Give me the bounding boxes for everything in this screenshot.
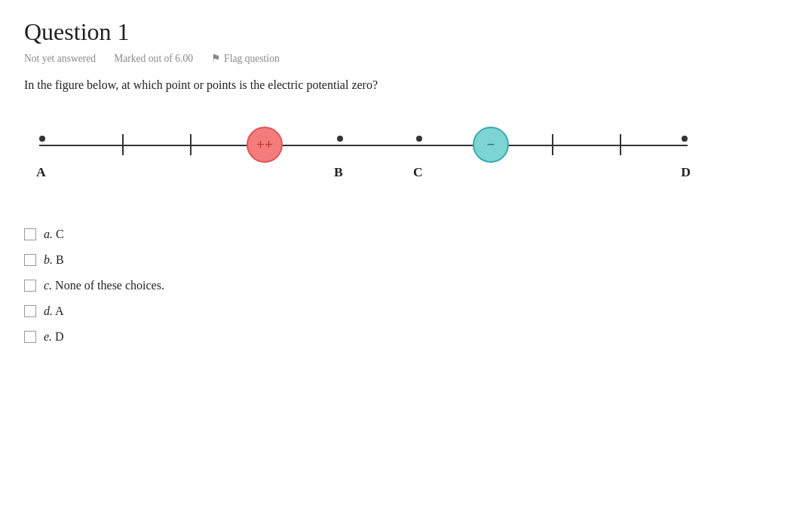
negative-charge-symbol: − xyxy=(487,136,495,153)
checkbox-a[interactable] xyxy=(24,228,36,240)
negative-charge: − xyxy=(473,127,509,163)
positive-charge: ++ xyxy=(247,127,283,163)
answer-b-label: b. B xyxy=(44,253,64,267)
point-c-dot xyxy=(416,136,422,142)
tick-4 xyxy=(620,134,621,155)
not-answered-label: Not yet answered xyxy=(24,53,96,65)
point-c xyxy=(416,136,422,142)
question-text: In the figure below, at which point or p… xyxy=(24,78,788,92)
point-d-dot xyxy=(682,136,688,142)
label-b: B xyxy=(334,164,343,180)
answer-d-letter: d. xyxy=(44,304,53,317)
label-d: D xyxy=(681,164,691,180)
point-a xyxy=(39,136,45,142)
answer-a-label: a. C xyxy=(44,228,64,241)
answer-c[interactable]: c. None of these choices. xyxy=(24,279,788,292)
checkbox-d[interactable] xyxy=(24,305,36,317)
answer-e-letter: e. xyxy=(44,330,52,343)
answer-c-label: c. None of these choices. xyxy=(44,279,164,292)
answer-b-letter: b. xyxy=(44,253,53,266)
figure-line xyxy=(39,145,688,146)
answers-list: a. C b. B c. None of these choices. d. A… xyxy=(24,228,788,344)
label-a: A xyxy=(36,164,46,180)
answer-a[interactable]: a. C xyxy=(24,228,788,241)
point-b-dot xyxy=(337,136,343,142)
tick-1 xyxy=(122,134,124,155)
answer-b[interactable]: b. B xyxy=(24,253,788,267)
point-a-dot xyxy=(39,136,45,142)
flag-button[interactable]: ⚑ Flag question xyxy=(211,52,280,65)
answer-c-letter: c. xyxy=(44,279,52,292)
meta-row: Not yet answered Marked out of 6.00 ⚑ Fl… xyxy=(24,52,788,65)
answer-e-label: e. D xyxy=(44,330,64,344)
label-c: C xyxy=(413,164,423,180)
tick-3 xyxy=(552,134,553,155)
checkbox-e[interactable] xyxy=(24,331,36,343)
checkbox-b[interactable] xyxy=(24,254,36,266)
flag-label: Flag question xyxy=(224,53,280,65)
point-b xyxy=(337,136,343,142)
marked-label: Marked out of 6.00 xyxy=(114,53,193,65)
answer-d[interactable]: d. A xyxy=(24,304,788,318)
positive-charge-symbol: ++ xyxy=(256,136,273,153)
checkbox-c[interactable] xyxy=(24,280,36,292)
figure-area: A ++ B C − D xyxy=(24,113,703,203)
answer-a-letter: a. xyxy=(44,228,53,240)
flag-icon: ⚑ xyxy=(211,52,221,65)
answer-d-label: d. A xyxy=(44,304,64,318)
tick-2 xyxy=(190,134,192,155)
question-title: Question 1 xyxy=(24,18,788,46)
point-d xyxy=(682,136,688,142)
answer-e[interactable]: e. D xyxy=(24,330,788,344)
